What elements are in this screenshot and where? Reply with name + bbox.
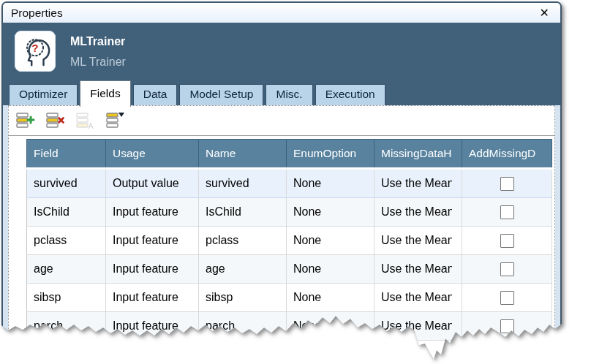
app-identity: ? MLTrainer ML Trainer <box>3 23 560 72</box>
column-header-missingdata[interactable]: MissingDataH <box>374 140 462 169</box>
cell-field[interactable]: IsChild <box>27 198 106 227</box>
cell-add-missing <box>462 255 552 284</box>
cell-enum-option[interactable]: None <box>287 227 374 255</box>
cell-add-missing <box>462 312 552 341</box>
tab-optimizer[interactable]: Optimizer <box>9 84 78 105</box>
add-missing-checkbox[interactable] <box>500 262 514 276</box>
row-options-dropdown-icon[interactable] <box>104 110 126 132</box>
table-row-ischild[interactable]: IsChild Input feature IsChild None Use t… <box>27 198 552 227</box>
column-header-addmissing[interactable]: AddMissingD <box>462 140 552 169</box>
window-shadow: Properties ✕ ? MLTrainer ML Trainer <box>0 0 591 364</box>
table-row-survived[interactable]: survived Output value survived None Use … <box>27 169 552 198</box>
column-header-usage[interactable]: Usage <box>106 140 199 169</box>
cell-missing-data[interactable]: Use the Mean <box>374 169 462 198</box>
app-names: MLTrainer ML Trainer <box>70 31 126 69</box>
fields-tab-panel: A <box>8 105 555 364</box>
cell-field[interactable]: sibsp <box>27 284 106 312</box>
cell-field[interactable]: parch <box>27 312 106 341</box>
cell-enum-option[interactable]: None <box>287 198 374 227</box>
cell-usage[interactable]: Input feature <box>106 312 199 341</box>
tab-fields[interactable]: Fields <box>80 80 130 107</box>
title-bar: Properties ✕ <box>3 3 560 23</box>
cell-name[interactable]: pclass <box>199 227 287 255</box>
cell-enum-option[interactable]: None <box>287 284 374 312</box>
column-header-name[interactable]: Name <box>199 140 287 169</box>
cell-enum-option[interactable]: None <box>287 312 374 341</box>
cell-name[interactable]: age <box>199 255 287 284</box>
table-row-age[interactable]: age Input feature age None Use the Mean <box>27 255 552 284</box>
component-header: ? MLTrainer ML Trainer Optimizer Fields … <box>3 23 560 105</box>
cell-usage[interactable]: Input feature <box>106 255 199 284</box>
delete-row-icon[interactable] <box>44 110 66 132</box>
properties-window: Properties ✕ ? MLTrainer ML Trainer <box>1 1 562 364</box>
add-missing-checkbox[interactable] <box>500 319 514 333</box>
close-icon[interactable]: ✕ <box>540 7 549 19</box>
tab-data[interactable]: Data <box>133 84 178 105</box>
cell-missing-data[interactable]: Use the Mean <box>374 227 462 255</box>
head-question-icon: ? <box>15 31 56 72</box>
auto-assign-icon: A <box>74 110 96 132</box>
fields-toolbar: A <box>9 106 554 136</box>
cell-name[interactable]: IsChild <box>199 198 287 227</box>
add-row-icon[interactable] <box>14 110 36 132</box>
tab-misc[interactable]: Misc. <box>266 84 312 105</box>
cell-add-missing <box>462 227 552 255</box>
fields-table: Field Usage Name EnumOption MissingDataH… <box>26 139 552 341</box>
tab-model-setup[interactable]: Model Setup <box>179 84 263 105</box>
cell-name[interactable]: sibsp <box>199 284 287 312</box>
cell-name[interactable]: parch <box>199 312 287 341</box>
cell-enum-option[interactable]: None <box>287 169 374 198</box>
cell-add-missing <box>462 198 552 227</box>
cell-field[interactable]: survived <box>27 169 106 198</box>
cell-usage[interactable]: Input feature <box>106 227 199 255</box>
cell-missing-data[interactable]: Use the Mean <box>374 198 462 227</box>
tab-execution[interactable]: Execution <box>315 84 385 105</box>
table-header-row: Field Usage Name EnumOption MissingDataH… <box>27 140 552 169</box>
icon-question-glyph: ? <box>31 42 38 54</box>
column-header-enumoption[interactable]: EnumOption <box>287 140 374 169</box>
cell-missing-data[interactable]: Use the Mean <box>374 284 462 312</box>
table-row-parch[interactable]: parch Input feature parch None Use the M… <box>27 312 552 341</box>
cell-name[interactable]: survived <box>199 169 287 198</box>
table-row-pclass[interactable]: pclass Input feature pclass None Use the… <box>27 227 552 255</box>
app-title: MLTrainer <box>70 35 126 48</box>
cell-add-missing <box>462 284 552 312</box>
add-missing-checkbox[interactable] <box>500 234 514 248</box>
column-header-field[interactable]: Field <box>27 140 106 169</box>
add-missing-checkbox[interactable] <box>500 291 514 305</box>
cell-field[interactable]: age <box>27 255 106 284</box>
add-missing-checkbox[interactable] <box>500 205 514 219</box>
table-row-sibsp[interactable]: sibsp Input feature sibsp None Use the M… <box>27 284 552 312</box>
cell-missing-data[interactable]: Use the Mean <box>374 312 462 341</box>
cell-field[interactable]: pclass <box>27 227 106 255</box>
cell-usage[interactable]: Input feature <box>106 198 199 227</box>
window-title: Properties <box>3 7 63 20</box>
cell-enum-option[interactable]: None <box>287 255 374 284</box>
tab-bar: Optimizer Fields Data Model Setup Misc. … <box>9 80 560 105</box>
cell-missing-data[interactable]: Use the Mean <box>374 255 462 284</box>
cell-usage[interactable]: Input feature <box>106 284 199 312</box>
svg-text:A: A <box>89 122 94 130</box>
cell-add-missing <box>462 169 552 198</box>
add-missing-checkbox[interactable] <box>500 177 514 191</box>
cell-usage[interactable]: Output value <box>106 169 199 198</box>
app-subtitle: ML Trainer <box>70 56 126 69</box>
